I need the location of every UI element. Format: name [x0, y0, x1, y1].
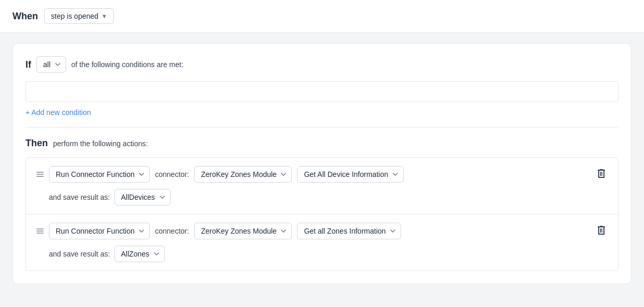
action-bottom-1: and save result as: AllDevices — [36, 189, 608, 206]
then-header: Then perform the following actions: — [25, 138, 619, 149]
connector-label-2: connector: — [155, 227, 189, 235]
save-dropdown-2[interactable]: AllZones — [114, 246, 165, 262]
action-row-1: Run Connector Function connector: ZeroKe… — [26, 158, 618, 214]
then-label: Then — [25, 138, 48, 149]
delete-button-1[interactable] — [595, 167, 608, 182]
action-top-2: Run Connector Function connector: ZeroKe… — [36, 223, 608, 239]
save-text-2: and save result as: — [49, 250, 110, 258]
connector-select-1[interactable]: ZeroKey Zones Module — [194, 166, 292, 183]
add-condition-link[interactable]: + Add new condition — [25, 108, 91, 117]
then-section: Then perform the following actions: Run … — [25, 138, 619, 271]
function-dropdown-1[interactable]: Run Connector Function — [49, 166, 150, 183]
save-text-1: and save result as: — [49, 193, 110, 201]
top-bar: When step is opened ▼ — [0, 0, 644, 33]
action-row-2: Run Connector Function connector: ZeroKe… — [26, 214, 618, 271]
trash-icon-2 — [597, 225, 606, 235]
drag-handle-2[interactable] — [36, 228, 44, 234]
if-label: If — [25, 59, 31, 70]
save-dropdown-1[interactable]: AllDevices — [114, 189, 171, 206]
if-row: If all of the following conditions are m… — [25, 56, 619, 73]
if-card: If all of the following conditions are m… — [12, 43, 632, 284]
trash-icon-1 — [597, 169, 606, 178]
main-content: If all of the following conditions are m… — [0, 33, 644, 295]
delete-button-2[interactable] — [595, 223, 608, 239]
function-name-select-1[interactable]: Get All Device Information — [297, 166, 404, 183]
divider — [25, 127, 619, 127]
action-bottom-2: and save result as: AllZones — [36, 246, 608, 262]
trigger-value: step is opened — [51, 12, 98, 20]
condition-text: of the following conditions are met: — [71, 60, 184, 69]
actions-card: Run Connector Function connector: ZeroKe… — [25, 157, 619, 271]
connector-label-1: connector: — [155, 170, 189, 178]
action-top-1: Run Connector Function connector: ZeroKe… — [36, 166, 608, 183]
function-dropdown-2[interactable]: Run Connector Function — [49, 223, 150, 239]
connector-select-2[interactable]: ZeroKey Zones Module — [194, 223, 292, 239]
drag-handle-1[interactable] — [36, 172, 44, 177]
all-dropdown[interactable]: all — [36, 56, 66, 73]
then-text: perform the following actions: — [53, 139, 148, 148]
when-label: When — [12, 11, 38, 22]
condition-box — [25, 81, 619, 102]
function-name-select-2[interactable]: Get all Zones Information — [297, 223, 401, 239]
trigger-dropdown[interactable]: step is opened ▼ — [44, 8, 114, 24]
trigger-arrow-icon: ▼ — [101, 13, 107, 19]
